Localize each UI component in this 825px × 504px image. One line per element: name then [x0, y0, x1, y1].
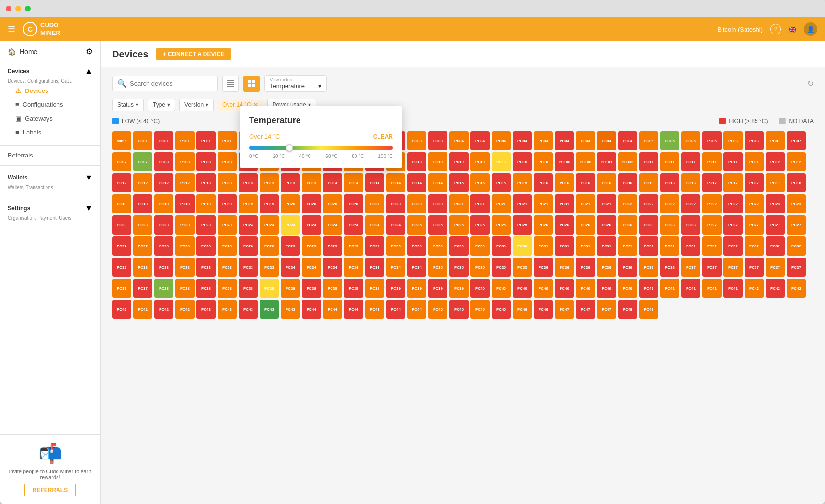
- device-tile[interactable]: PC30: [428, 236, 447, 256]
- settings-section-header[interactable]: Settings ▼: [8, 204, 92, 213]
- device-tile[interactable]: PC22: [723, 194, 743, 213]
- device-tile[interactable]: PC33: [133, 258, 152, 277]
- device-tile[interactable]: PC14: [428, 173, 447, 192]
- device-tile[interactable]: PC31: [576, 236, 595, 256]
- home-nav-item[interactable]: 🏠 Home: [8, 48, 37, 56]
- temperature-slider-thumb[interactable]: [286, 144, 293, 152]
- device-tile[interactable]: PC04: [470, 131, 490, 150]
- wallets-section-header[interactable]: Wallets ▼: [8, 173, 92, 182]
- device-tile[interactable]: PC16: [597, 173, 616, 192]
- device-tile[interactable]: PC17: [766, 173, 785, 192]
- device-tile[interactable]: PC30: [386, 236, 405, 256]
- device-tile[interactable]: PC30: [492, 236, 511, 256]
- device-tile[interactable]: PC07: [766, 131, 785, 150]
- device-tile[interactable]: PC34: [344, 258, 363, 277]
- device-tile[interactable]: PC43: [218, 300, 237, 319]
- device-tile[interactable]: PC12: [175, 173, 195, 192]
- device-tile[interactable]: PC39: [407, 279, 426, 298]
- device-tile[interactable]: PC41: [702, 279, 722, 298]
- device-tile[interactable]: PC40: [597, 279, 616, 298]
- device-tile[interactable]: PC16: [660, 173, 679, 192]
- device-tile[interactable]: PC16: [639, 173, 658, 192]
- device-tile[interactable]: PC38: [175, 279, 195, 298]
- device-tile[interactable]: PC28: [239, 236, 258, 256]
- device-tile[interactable]: PC22: [745, 194, 764, 213]
- device-tile[interactable]: PC27: [702, 215, 722, 235]
- device-tile[interactable]: PC34: [365, 258, 384, 277]
- device-tile[interactable]: PC14: [323, 173, 342, 192]
- device-tile[interactable]: PC10: [534, 152, 553, 171]
- device-tile[interactable]: PC36: [576, 258, 595, 277]
- device-tile[interactable]: PC20: [407, 194, 426, 213]
- device-tile[interactable]: PC11: [639, 152, 658, 171]
- device-tile[interactable]: PC31: [681, 236, 700, 256]
- device-tile[interactable]: PC07: [133, 152, 152, 171]
- device-tile[interactable]: PC48: [618, 300, 637, 319]
- device-tile[interactable]: PC47: [576, 300, 595, 319]
- device-tile[interactable]: PC16: [618, 173, 637, 192]
- sidebar-item-gateways[interactable]: ▣ Gateways: [8, 112, 92, 125]
- device-tile[interactable]: PC12: [766, 152, 785, 171]
- device-tile[interactable]: PC28: [260, 236, 279, 256]
- device-tile[interactable]: PC05: [639, 131, 658, 150]
- device-tile[interactable]: PC32: [766, 236, 785, 256]
- device-tile[interactable]: PC04: [555, 131, 574, 150]
- device-tile[interactable]: PC30: [449, 236, 469, 256]
- device-tile[interactable]: PC27: [766, 215, 785, 235]
- device-tile[interactable]: PC30: [513, 236, 532, 256]
- device-tile[interactable]: PC23: [175, 215, 195, 235]
- device-tile[interactable]: PC13: [196, 173, 216, 192]
- device-tile[interactable]: PC24: [260, 215, 279, 235]
- device-tile[interactable]: PC38: [260, 279, 279, 298]
- device-tile[interactable]: PC19: [260, 194, 279, 213]
- device-tile[interactable]: PC27: [787, 215, 806, 235]
- device-tile[interactable]: PC41: [639, 279, 658, 298]
- device-tile[interactable]: PC34: [323, 258, 342, 277]
- device-tile[interactable]: PC36: [660, 258, 679, 277]
- device-tile[interactable]: PC05: [660, 131, 679, 150]
- device-tile[interactable]: PC11: [681, 152, 700, 171]
- device-tile[interactable]: PC29: [281, 236, 300, 256]
- device-tile[interactable]: PC36: [534, 258, 553, 277]
- device-tile[interactable]: PC46: [513, 300, 532, 319]
- device-tile[interactable]: Minin: [112, 131, 131, 150]
- device-tile[interactable]: PC03: [407, 131, 426, 150]
- device-tile[interactable]: PC24: [365, 215, 384, 235]
- device-tile[interactable]: PC32: [723, 236, 743, 256]
- device-tile[interactable]: PC18: [154, 194, 173, 213]
- device-tile[interactable]: PC29: [365, 236, 384, 256]
- device-tile[interactable]: PC13: [218, 173, 237, 192]
- device-tile[interactable]: PC01: [175, 131, 195, 150]
- device-tile[interactable]: PC19: [196, 194, 216, 213]
- device-tile[interactable]: PC18: [133, 194, 152, 213]
- device-tile[interactable]: PC22: [660, 194, 679, 213]
- device-tile[interactable]: PC24: [281, 215, 300, 235]
- clear-filter-button[interactable]: CLEAR: [373, 134, 393, 140]
- device-tile[interactable]: PC28: [218, 236, 237, 256]
- device-tile[interactable]: PC27: [723, 215, 743, 235]
- device-tile[interactable]: PC42: [766, 279, 785, 298]
- device-tile[interactable]: PC34: [407, 258, 426, 277]
- device-tile[interactable]: PC37: [702, 258, 722, 277]
- device-tile[interactable]: PC23: [196, 215, 216, 235]
- version-filter[interactable]: Version ▾: [179, 99, 214, 111]
- device-tile[interactable]: PC43: [239, 300, 258, 319]
- device-tile[interactable]: PC01: [196, 131, 216, 150]
- device-tile[interactable]: PC25: [470, 215, 490, 235]
- device-tile[interactable]: PC22: [618, 194, 637, 213]
- hamburger-icon[interactable]: ☰: [8, 24, 15, 34]
- device-tile[interactable]: PC43: [260, 300, 279, 319]
- device-tile[interactable]: PC25: [407, 215, 426, 235]
- device-tile[interactable]: PC27: [112, 236, 131, 256]
- device-tile[interactable]: PC40: [492, 279, 511, 298]
- device-tile[interactable]: PC31: [639, 236, 658, 256]
- device-tile[interactable]: PC19: [239, 194, 258, 213]
- device-tile[interactable]: PC38: [196, 279, 216, 298]
- search-box[interactable]: 🔍: [112, 76, 218, 91]
- device-tile[interactable]: PC11: [660, 152, 679, 171]
- sidebar-item-referrals[interactable]: Referrals: [0, 148, 100, 162]
- device-tile[interactable]: PC20: [302, 194, 321, 213]
- device-tile[interactable]: PC32: [702, 236, 722, 256]
- referrals-button[interactable]: REFERRALS: [24, 484, 76, 496]
- device-tile[interactable]: PC08: [218, 152, 237, 171]
